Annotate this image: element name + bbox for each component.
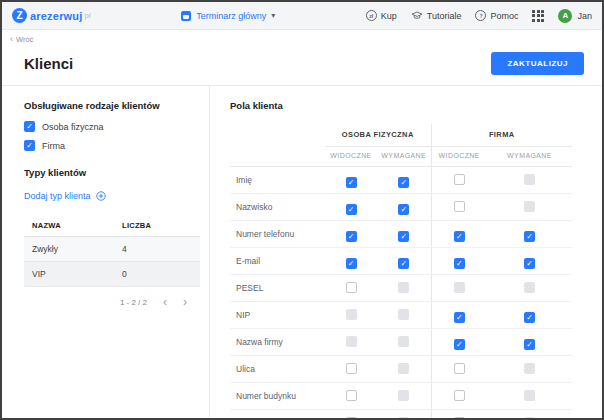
checkbox-cell (431, 275, 487, 302)
checkbox-checked[interactable]: ✓ (346, 231, 357, 242)
checkbox-cell: ✓ (377, 248, 431, 275)
supported-type-option: ✓Firma (24, 140, 199, 151)
chevron-down-icon: ▾ (271, 11, 275, 20)
help-button[interactable]: ? Pomoc (475, 10, 518, 21)
checkbox-checked[interactable]: ✓ (524, 312, 535, 323)
buy-button[interactable]: zł Kup (366, 10, 397, 21)
checkbox-checked[interactable]: ✓ (524, 258, 535, 269)
client-types-heading: Typy klientów (24, 167, 199, 178)
checkbox-cell: ✓ (377, 221, 431, 248)
field-label: Nazwisko (230, 194, 325, 221)
supported-types-list: ✓Osoba fizyczna✓Firma (24, 121, 199, 151)
checkbox-checked[interactable]: ✓ (454, 339, 465, 350)
checkbox-checked[interactable]: ✓ (346, 204, 357, 215)
left-panel: Obsługiwane rodzaje klientów ✓Osoba fizy… (2, 86, 210, 420)
add-client-type-link[interactable]: Dodaj typ klienta (24, 191, 199, 201)
field-row: E-mail✓✓✓✓ (230, 248, 572, 275)
field-row: Nazwa firmy✓✓ (230, 329, 572, 356)
logo[interactable]: Z arezerwuj pl (12, 8, 91, 23)
client-type-row[interactable]: VIP0 (24, 262, 200, 287)
checkbox-cell: ✓ (487, 329, 572, 356)
supported-types-heading: Obsługiwane rodzaje klientów (24, 100, 199, 111)
client-fields-heading: Pola klienta (230, 100, 602, 111)
column-header-name: NAZWA (32, 221, 122, 230)
update-button[interactable]: ZAKTUALIZUJ (491, 52, 584, 75)
page-header: Klienci ZAKTUALIZUJ (2, 46, 602, 85)
client-types-table: NAZWA LICZBA Zwykły4VIP0 (24, 215, 200, 287)
checkbox-cell: ✓ (377, 194, 431, 221)
checkbox-checked[interactable]: ✓ (24, 140, 35, 151)
checkbox-cell (487, 275, 572, 302)
checkbox-checked[interactable]: ✓ (454, 258, 465, 269)
checkbox-checked[interactable]: ✓ (454, 231, 465, 242)
checkbox-disabled (524, 174, 535, 185)
checkbox-unchecked[interactable] (346, 282, 357, 293)
breadcrumb-back-link[interactable]: ‹ Wróć (2, 30, 602, 46)
column-header-count: LICZBA (122, 221, 151, 230)
checkbox-cell (431, 410, 487, 420)
chevron-left-icon[interactable]: ‹ (163, 297, 167, 307)
tutorials-button[interactable]: Tutoriale (411, 11, 462, 21)
checkbox-cell: ✓ (431, 302, 487, 329)
field-label: PESEL (230, 275, 325, 302)
apps-grid-icon[interactable] (532, 10, 544, 22)
checkbox-unchecked[interactable] (454, 201, 465, 212)
checkbox-disabled (524, 201, 535, 212)
checkbox-unchecked[interactable] (454, 363, 465, 374)
topbar-center: Terminarz główny ▾ (91, 11, 366, 21)
checkbox-cell (431, 383, 487, 410)
field-label: Nazwa firmy (230, 329, 325, 356)
checkbox-cell (487, 383, 572, 410)
checkbox-cell (487, 410, 572, 420)
buy-button-label: Kup (381, 11, 397, 21)
checkbox-checked[interactable]: ✓ (524, 339, 535, 350)
user-menu[interactable]: A Jan (558, 9, 592, 23)
calendar-icon (181, 11, 191, 21)
client-type-count: 0 (122, 269, 127, 279)
checkbox-cell: ✓ (487, 302, 572, 329)
checkbox-cell: ✓ (325, 221, 377, 248)
subcolumn-visible: WIDOCZNE (325, 147, 377, 167)
checkbox-unchecked[interactable] (454, 174, 465, 185)
checkbox-checked[interactable]: ✓ (398, 231, 409, 242)
checkbox-checked[interactable]: ✓ (24, 121, 35, 132)
checkbox-unchecked[interactable] (454, 390, 465, 401)
checkbox-cell (377, 383, 431, 410)
checkbox-checked[interactable]: ✓ (398, 258, 409, 269)
checkbox-cell (325, 410, 377, 420)
checkbox-cell (325, 329, 377, 356)
client-type-name: VIP (32, 269, 122, 279)
field-label: Imię (230, 167, 325, 194)
checkbox-checked[interactable]: ✓ (398, 177, 409, 188)
chevron-right-icon[interactable]: › (183, 297, 187, 307)
checkbox-checked[interactable]: ✓ (346, 258, 357, 269)
pagination: 1 - 2 / 2 ‹ › (24, 297, 199, 307)
checkbox-disabled (398, 282, 409, 293)
schedule-selector[interactable]: Terminarz główny ▾ (181, 11, 275, 21)
checkbox-cell (431, 356, 487, 383)
checkbox-cell: ✓ (377, 167, 431, 194)
checkbox-cell: ✓ (325, 167, 377, 194)
field-row: Numer budynku (230, 383, 572, 410)
checkbox-checked[interactable]: ✓ (346, 177, 357, 188)
field-row: Numer telefonu✓✓✓✓ (230, 221, 572, 248)
checkbox-disabled (398, 336, 409, 347)
app-window: Z arezerwuj pl Terminarz główny ▾ zł Kup… (0, 0, 604, 420)
help-icon: ? (475, 10, 486, 21)
subcolumn-header-row: WIDOCZNE WYMAGANE WIDOCZNE WYMAGANE (230, 147, 572, 167)
checkbox-checked[interactable]: ✓ (524, 231, 535, 242)
checkbox-cell (325, 383, 377, 410)
checkbox-unchecked[interactable] (346, 390, 357, 401)
client-type-name: Zwykły (32, 244, 122, 254)
checkbox-cell: ✓ (487, 221, 572, 248)
checkbox-checked[interactable]: ✓ (398, 204, 409, 215)
checkbox-disabled (524, 390, 535, 401)
topbar: Z arezerwuj pl Terminarz główny ▾ zł Kup… (2, 2, 602, 30)
checkbox-cell (377, 302, 431, 329)
checkbox-checked[interactable]: ✓ (454, 312, 465, 323)
help-button-label: Pomoc (490, 11, 518, 21)
checkbox-cell (487, 194, 572, 221)
checkbox-unchecked[interactable] (346, 363, 357, 374)
client-type-row[interactable]: Zwykły4 (24, 237, 200, 262)
checkbox-cell (377, 356, 431, 383)
